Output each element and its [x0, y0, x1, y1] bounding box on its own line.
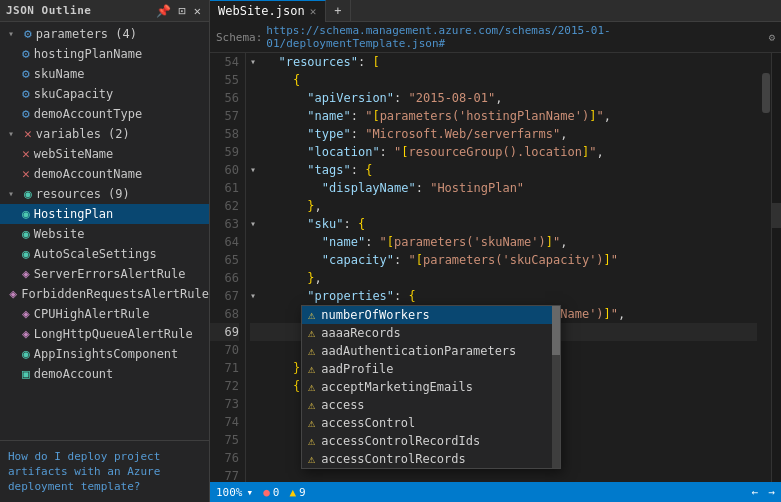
pin-icon[interactable]: 📌: [154, 4, 173, 18]
sidebar-item-CPUHighAlertRule[interactable]: ◈CPUHighAlertRule: [0, 304, 209, 324]
tree-label-hostingPlanName: hostingPlanName: [34, 45, 142, 63]
schema-settings-icon[interactable]: ⚙: [768, 31, 775, 44]
ac-label: aadAuthenticationParameters: [321, 342, 516, 360]
fold-72: [250, 377, 264, 395]
line-num-61: 61: [210, 179, 239, 197]
zoom-dropdown-icon[interactable]: ▾: [247, 486, 254, 499]
code-line-60: ▾ "tags": {: [250, 161, 757, 179]
nav-back[interactable]: ←: [752, 486, 759, 499]
fold-54[interactable]: ▾: [250, 53, 264, 71]
fold-57: [250, 107, 264, 125]
ac-label: numberOfWorkers: [321, 306, 429, 324]
ac-warning-icon: ⚠: [308, 360, 315, 378]
code-text-62: },: [264, 197, 322, 215]
sidebar-item-AppInsightsComponent[interactable]: ◉AppInsightsComponent: [0, 344, 209, 364]
ac-item-aadProfile[interactable]: ⚠aadProfile: [302, 360, 560, 378]
sidebar-item-variables[interactable]: ▾✕variables (2): [0, 124, 209, 144]
sidebar-item-ServerErrorsAlertRule[interactable]: ◈ServerErrorsAlertRule: [0, 264, 209, 284]
fold-60[interactable]: ▾: [250, 161, 264, 179]
tree-label-HostingPlan: HostingPlan: [34, 205, 113, 223]
code-text-54: "resources": [: [264, 53, 380, 71]
sidebar-item-demoAccountType[interactable]: ⚙demoAccountType: [0, 104, 209, 124]
ac-warning-icon: ⚠: [308, 414, 315, 432]
zoom-control[interactable]: 100% ▾: [216, 486, 253, 499]
ac-item-access[interactable]: ⚠access: [302, 396, 560, 414]
code-text-55: {: [264, 71, 300, 89]
forward-arrow-icon: →: [768, 486, 775, 499]
code-text-59: "location": "[resourceGroup().location]"…: [264, 143, 604, 161]
ac-warning-icon: ⚠: [308, 342, 315, 360]
tree-label-resources: resources (9): [36, 185, 130, 203]
fold-63[interactable]: ▾: [250, 215, 264, 233]
error-indicator[interactable]: ● 0: [263, 486, 279, 499]
tree-arrow-variables: ▾: [8, 125, 22, 143]
tab-website-json[interactable]: WebSite.json✕: [210, 0, 326, 22]
sidebar-item-hostingPlanName[interactable]: ⚙hostingPlanName: [0, 44, 209, 64]
main-editor: WebSite.json✕+ Schema: https://schema.ma…: [210, 0, 781, 502]
code-text-60: "tags": {: [264, 161, 372, 179]
ac-item-accessControlRecordIds[interactable]: ⚠accessControlRecordIds: [302, 432, 560, 450]
ac-item-acceptMarketingEmails[interactable]: ⚠acceptMarketingEmails: [302, 378, 560, 396]
ac-item-aadAuthenticationParameters[interactable]: ⚠aadAuthenticationParameters: [302, 342, 560, 360]
code-line-65: "capacity": "[parameters('skuCapacity')]…: [250, 251, 757, 269]
autocomplete-scrollbar[interactable]: [552, 306, 560, 468]
sidebar-item-skuName[interactable]: ⚙skuName: [0, 64, 209, 84]
tab-close-website-json[interactable]: ✕: [309, 5, 318, 18]
tree-label-demoAccountType: demoAccountType: [34, 105, 142, 123]
code-editor[interactable]: ▾ "resources": [ { "apiVersion": "2015-0…: [246, 53, 761, 482]
sidebar-item-demoAccountName[interactable]: ✕demoAccountName: [0, 164, 209, 184]
tree-label-AppInsightsComponent: AppInsightsComponent: [34, 345, 179, 363]
sidebar-item-AutoScaleSettings[interactable]: ◉AutoScaleSettings: [0, 244, 209, 264]
sidebar-item-demoAccount[interactable]: ▣demoAccount: [0, 364, 209, 384]
tree-arrow-parameters: ▾: [8, 25, 22, 43]
code-line-59: "location": "[resourceGroup().location]"…: [250, 143, 757, 161]
editor-scrollbar-thumb: [762, 73, 770, 113]
tree-icon-resources: ◉: [24, 185, 32, 203]
tab-plus[interactable]: +: [326, 0, 350, 22]
fold-66: [250, 269, 264, 287]
sidebar-item-Website[interactable]: ◉Website: [0, 224, 209, 244]
ac-item-accessControl[interactable]: ⚠accessControl: [302, 414, 560, 432]
nav-forward[interactable]: →: [768, 486, 775, 499]
sidebar-item-LongHttpQueueAlertRule[interactable]: ◈LongHttpQueueAlertRule: [0, 324, 209, 344]
ac-item-accessControlRecords[interactable]: ⚠accessControlRecords: [302, 450, 560, 468]
sidebar-title: JSON Outline: [6, 4, 91, 17]
sidebar-item-resources[interactable]: ▾◉resources (9): [0, 184, 209, 204]
schema-url[interactable]: https://schema.management.azure.com/sche…: [266, 24, 764, 50]
tree-icon-hosting: ◉: [22, 205, 30, 223]
error-count: 0: [273, 486, 280, 499]
sidebar-item-skuCapacity[interactable]: ⚙skuCapacity: [0, 84, 209, 104]
ac-warning-icon: ⚠: [308, 306, 315, 324]
tree-icon-x: ✕: [22, 165, 30, 183]
line-num-65: 65: [210, 251, 239, 269]
close-icon[interactable]: ✕: [192, 4, 203, 18]
sidebar-footer-link[interactable]: How do I deploy project artifacts with a…: [0, 440, 209, 502]
line-num-69: 69: [210, 323, 239, 341]
sidebar-item-webSiteName[interactable]: ✕webSiteName: [0, 144, 209, 164]
ac-item-numberOfWorkers[interactable]: ⚠numberOfWorkers: [302, 306, 560, 324]
ac-item-aaaaRecords[interactable]: ⚠aaaaRecords: [302, 324, 560, 342]
sidebar-item-ForbiddenRequestsAlertRule[interactable]: ◈ForbiddenRequestsAlertRule: [0, 284, 209, 304]
tree-label-ForbiddenRequestsAlertRule: ForbiddenRequestsAlertRule: [21, 285, 209, 303]
sidebar-item-HostingPlan[interactable]: ◉HostingPlan: [0, 204, 209, 224]
line-num-56: 56: [210, 89, 239, 107]
zoom-level[interactable]: 100%: [216, 486, 243, 499]
sidebar-item-parameters[interactable]: ▾⚙parameters (4): [0, 24, 209, 44]
fold-67[interactable]: ▾: [250, 287, 264, 305]
code-text-57: "name": "[parameters('hostingPlanName')]…: [264, 107, 611, 125]
tree-icon-demo: ▣: [22, 365, 30, 383]
minimap: [771, 53, 781, 482]
warning-count: 9: [299, 486, 306, 499]
code-line-67: ▾ "properties": {: [250, 287, 757, 305]
ac-label: access: [321, 396, 364, 414]
schema-bar: Schema: https://schema.management.azure.…: [210, 22, 781, 53]
warning-indicator[interactable]: ▲ 9: [289, 486, 305, 499]
editor-scrollbar[interactable]: [761, 53, 771, 482]
code-text-72: {: [264, 377, 300, 395]
code-text-61: "displayName": "HostingPlan": [264, 179, 524, 197]
tree-arrow-resources: ▾: [8, 185, 22, 203]
sidebar-header-actions: 📌 ⊡ ✕: [154, 4, 203, 18]
move-icon[interactable]: ⊡: [177, 4, 188, 18]
autocomplete-dropdown: ⚠numberOfWorkers⚠aaaaRecords⚠aadAuthenti…: [301, 305, 561, 469]
tree-icon-gear: ⚙: [24, 25, 32, 43]
